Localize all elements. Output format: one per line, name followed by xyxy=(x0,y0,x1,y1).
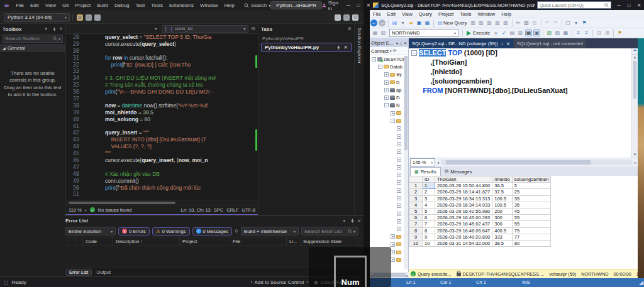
chevron-down-icon[interactable]: ▾ xyxy=(343,219,346,224)
results-to-grid-icon[interactable]: ▦ xyxy=(525,30,532,36)
tree-node-d[interactable]: +D xyxy=(370,79,408,86)
expand-icon[interactable]: + xyxy=(397,219,401,224)
column-header-project[interactable]: Project xyxy=(180,237,230,246)
column-header-file[interactable]: File xyxy=(230,237,287,246)
split-editor-icon[interactable]: ⊟ xyxy=(251,26,255,31)
grid-cell[interactable]: 300 xyxy=(492,215,513,221)
code-line[interactable]: 34# 3. GHI DỮ LIỆU MỚI (INSERT một dòng … xyxy=(66,75,258,82)
analysis-query-icon[interactable]: ▥ xyxy=(478,19,485,26)
nav-back-icon[interactable]: ← xyxy=(370,19,377,26)
messages-filter-button[interactable]: i 0 Messages xyxy=(192,227,232,236)
code-line[interactable]: 40moi_soluong = 80 xyxy=(66,116,258,123)
tree-node[interactable]: − xyxy=(370,117,408,124)
row-number-cell[interactable]: 4 xyxy=(409,202,423,208)
column-header-li-[interactable]: Li... xyxy=(287,237,301,246)
sql-line[interactable]: ,[nhietdo] xyxy=(409,67,631,77)
code-line[interactable]: 49conn.commit() xyxy=(66,178,258,185)
grid-cell[interactable]: 55 xyxy=(512,221,551,227)
collapse-icon[interactable]: − xyxy=(391,119,395,123)
collapse-region-icon[interactable]: − xyxy=(411,50,417,56)
tree-node-ap[interactable]: +ap xyxy=(370,86,408,94)
tree-node[interactable]: + xyxy=(370,163,408,171)
grid-cell[interactable]: 8 xyxy=(423,227,435,234)
code-line[interactable]: 44 VALUES (?, ?, ?) xyxy=(66,143,258,150)
grid-cell[interactable]: 6 xyxy=(423,215,435,221)
symbol-navigator-dropdown[interactable]: {…} conn_str ▾ xyxy=(162,25,248,33)
code-line[interactable]: 48# Xác nhận ghi vào DB xyxy=(66,171,258,178)
grid-cell[interactable]: 10 xyxy=(423,240,435,246)
expand-icon[interactable]: + xyxy=(384,80,389,85)
ssms-menu-tools[interactable]: Tools xyxy=(457,11,474,17)
code-line[interactable]: 43 INSERT INTO [dbo].[DuLieuSanXuat] (T xyxy=(66,136,258,143)
issues-status[interactable]: No issues found xyxy=(98,207,132,213)
pin-icon[interactable] xyxy=(348,219,355,224)
xmla-query-icon[interactable]: ▥ xyxy=(502,19,509,26)
expand-icon[interactable]: + xyxy=(391,111,395,116)
eol-mode[interactable]: CRLF xyxy=(226,207,239,213)
client-statistics-icon[interactable]: ▨ xyxy=(554,30,561,36)
close-icon[interactable]: ✕ xyxy=(59,26,63,31)
flag-icon[interactable]: ⚑ xyxy=(581,19,588,26)
tree-node-desktop[interactable]: −DESKTOP xyxy=(370,55,408,63)
grid-cell[interactable]: 37.5 xyxy=(492,189,513,195)
code-line[interactable]: 30 xyxy=(66,48,258,55)
tree-node[interactable]: + xyxy=(370,202,408,210)
object-explorer-vertical-scrollbar[interactable] xyxy=(404,56,408,269)
code-line[interactable]: 32 print(f"ID: {row.ID} | Giờ: {row.Tho xyxy=(66,62,258,68)
close-icon[interactable]: ✕ xyxy=(404,41,407,45)
open-folder-icon[interactable]: ▰ xyxy=(408,19,414,26)
vs-menu-build[interactable]: Build xyxy=(94,3,111,8)
row-number-cell[interactable]: 10 xyxy=(409,240,423,246)
tree-node[interactable]: + xyxy=(370,225,408,233)
code-line[interactable]: 36print("\n--- ĐANG GHI DÒNG DỮ LIỆU MỚI… xyxy=(66,89,258,95)
vs-menu-test[interactable]: Test xyxy=(133,3,148,8)
code-line[interactable]: 47 xyxy=(66,164,258,171)
expand-icon[interactable]: + xyxy=(391,234,395,239)
vs-menu-debug[interactable]: Debug xyxy=(111,3,133,8)
close-icon[interactable]: ✕ xyxy=(634,3,644,8)
grid-cell[interactable]: 35 xyxy=(512,195,551,202)
save-all-icon[interactable]: ▦ xyxy=(424,19,431,26)
ssms-menu-file[interactable]: File xyxy=(370,11,384,17)
grid-cell[interactable]: 2 xyxy=(423,189,435,195)
tree-node[interactable]: + xyxy=(370,210,408,217)
tree-node-n[interactable]: −N xyxy=(370,102,408,109)
expand-icon[interactable]: + xyxy=(384,95,389,100)
code-line[interactable]: 28query_select = "SELECT TOP 5 ID, ThoiG… xyxy=(66,34,258,41)
tab-error-list[interactable]: Error List xyxy=(65,269,92,276)
activity-monitor-icon[interactable]: ▢ xyxy=(565,19,572,26)
ssms-menu-view[interactable]: View xyxy=(399,11,416,17)
add-to-source-control-button[interactable]: Add to Source Control xyxy=(255,279,304,285)
new-query-button[interactable]: ▤New Query xyxy=(436,20,469,26)
open-file-dropdown-icon[interactable]: ▾ xyxy=(399,19,406,26)
row-number-cell[interactable]: 9 xyxy=(409,234,423,240)
open-document-tab[interactable]: PythonbyVoHauiPR.py ✕ xyxy=(261,43,352,52)
collapse-icon[interactable]: − xyxy=(384,103,389,107)
grid-column-ThoiGian[interactable]: ThoiGian xyxy=(435,176,492,183)
expand-icon[interactable]: + xyxy=(397,196,401,200)
expand-icon[interactable]: + xyxy=(397,149,401,154)
close-icon[interactable]: ✕ xyxy=(506,41,510,46)
vs-search-box[interactable]: Search ▾ xyxy=(244,3,270,8)
minimize-icon[interactable]: ─ xyxy=(614,3,624,8)
dmx-query-icon[interactable]: ▥ xyxy=(494,19,501,26)
live-share-icon[interactable]: ⚇ xyxy=(335,14,341,21)
row-number-cell[interactable]: 7 xyxy=(409,221,423,227)
collapse-icon[interactable]: − xyxy=(378,65,382,69)
expand-icon[interactable]: + xyxy=(391,242,395,247)
overflow-icon[interactable]: … xyxy=(94,14,101,21)
sql-line[interactable]: FROM [NORTHWND].[dbo].[DuLieuSanXuat] xyxy=(409,86,631,95)
grid-cell[interactable]: 2026-03-29 16:46:05.647 xyxy=(435,227,492,234)
chevron-down-icon[interactable]: ▾ xyxy=(396,41,398,45)
scroll-left-icon[interactable]: ◂ xyxy=(437,160,439,165)
grid-cell[interactable]: 1 xyxy=(423,183,435,189)
include-actual-plan-icon[interactable]: ▧ xyxy=(546,30,553,36)
ssms-menu-help[interactable]: Help xyxy=(498,11,514,17)
grid-cell[interactable]: 38.5 xyxy=(492,240,513,246)
close-icon[interactable]: ✕ xyxy=(357,219,361,224)
tab-results[interactable]: ▦ Results xyxy=(410,167,441,176)
nav-forward-icon[interactable]: → xyxy=(379,19,386,26)
code-line[interactable]: 51 xyxy=(66,191,258,198)
column-header-description-[interactable]: Description ↑ xyxy=(113,237,180,246)
sqlcmd-mode-icon[interactable]: ▩ xyxy=(562,30,569,36)
